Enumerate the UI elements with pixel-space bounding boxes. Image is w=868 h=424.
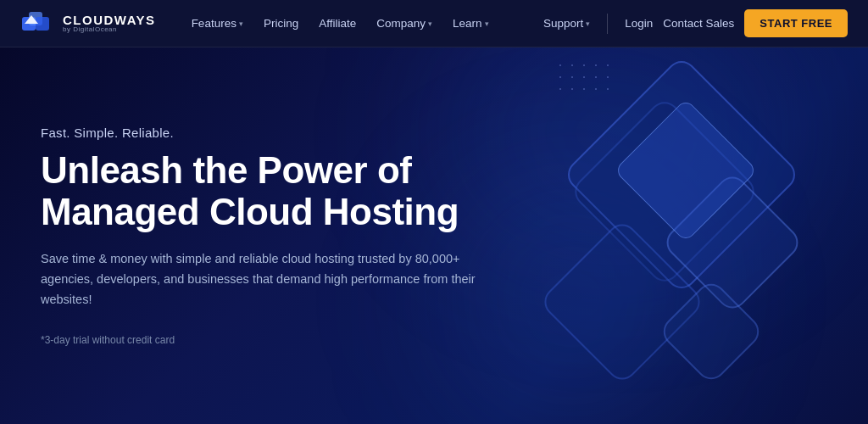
nav-learn[interactable]: Learn ▾ bbox=[444, 12, 498, 35]
hero-section: Fast. Simple. Reliable. Unleash the Powe… bbox=[0, 47, 868, 424]
hero-title-line2: Managed Cloud Hosting bbox=[41, 191, 459, 232]
nav-contact[interactable]: Contact Sales bbox=[663, 17, 734, 30]
logo-brand: CLOUDWAYS bbox=[63, 14, 156, 26]
logo-text: CLOUDWAYS by DigitalOcean bbox=[63, 14, 156, 33]
nav-divider bbox=[607, 14, 608, 34]
hero-trial-note: *3-day trial without credit card bbox=[41, 334, 481, 346]
nav-company[interactable]: Company ▾ bbox=[368, 12, 441, 35]
hero-tagline: Fast. Simple. Reliable. bbox=[41, 126, 481, 140]
nav-pricing[interactable]: Pricing bbox=[255, 12, 307, 35]
hero-title-line1: Unleash the Power of bbox=[41, 149, 411, 191]
start-free-button[interactable]: START FREE bbox=[744, 9, 848, 37]
nav-features[interactable]: Features ▾ bbox=[183, 12, 252, 35]
nav-login[interactable]: Login bbox=[625, 17, 653, 30]
chevron-down-icon: ▾ bbox=[485, 20, 489, 28]
nav-right: Support ▾ Login Contact Sales START FREE bbox=[543, 9, 848, 37]
chevron-down-icon: ▾ bbox=[586, 20, 590, 28]
hero-content: Fast. Simple. Reliable. Unleash the Powe… bbox=[41, 126, 481, 346]
chevron-down-icon: ▾ bbox=[428, 20, 432, 28]
hero-title: Unleash the Power of Managed Cloud Hosti… bbox=[41, 150, 481, 232]
logo-icon bbox=[20, 8, 56, 39]
navbar: CLOUDWAYS by DigitalOcean Features ▾ Pri… bbox=[0, 0, 868, 47]
logo-sub: by DigitalOcean bbox=[63, 26, 156, 33]
hex-decoration bbox=[495, 73, 817, 412]
chevron-down-icon: ▾ bbox=[239, 20, 243, 28]
nav-links: Features ▾ Pricing Affiliate Company ▾ L… bbox=[183, 12, 543, 35]
logo[interactable]: CLOUDWAYS by DigitalOcean bbox=[20, 8, 156, 39]
hero-description: Save time & money with simple and reliab… bbox=[41, 249, 481, 310]
nav-support[interactable]: Support ▾ bbox=[543, 17, 590, 30]
nav-affiliate[interactable]: Affiliate bbox=[310, 12, 364, 35]
